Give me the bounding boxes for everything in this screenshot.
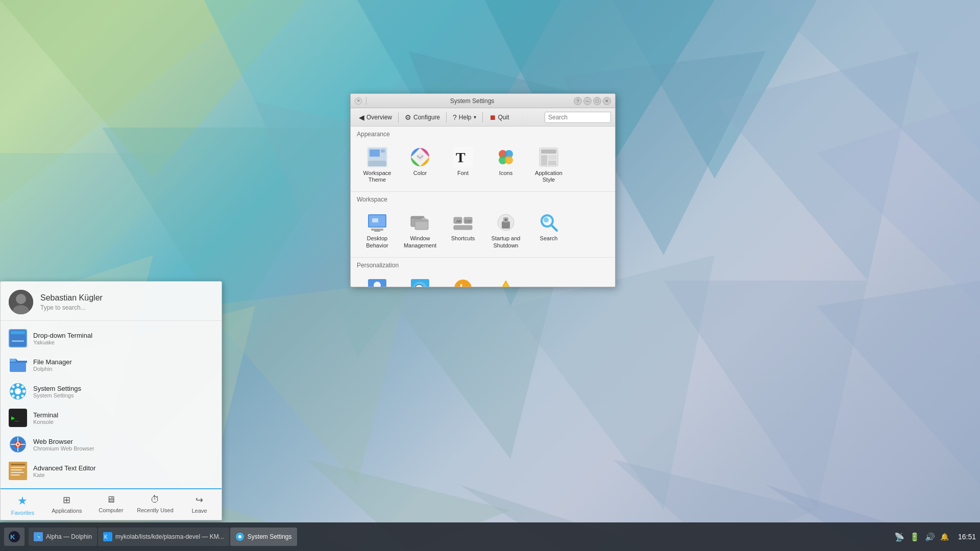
settings-titlebar: ✕ System Settings ? ─ □ ✕ <box>351 94 615 108</box>
settings-item-font[interactable]: T Font <box>443 143 483 187</box>
settings-item-search[interactable]: Search <box>528 208 569 253</box>
nav-computer[interactable]: 🖥 Computer <box>89 489 133 520</box>
application-style-label: ApplicationStyle <box>535 170 562 183</box>
settings-item-color[interactable]: Color <box>400 143 440 187</box>
settings-item-shortcuts[interactable]: Alt Ctrl Shortcuts <box>443 208 483 253</box>
network-manager-icon[interactable]: 📡 <box>894 532 904 542</box>
settings-toolbar: ◀ Overview ⚙ Configure ? Help ▾ ⏹ Quit <box>351 108 615 127</box>
svg-rect-75 <box>541 155 547 165</box>
app-subtitle-system-settings: System Settings <box>33 392 81 398</box>
computer-icon: 🖥 <box>106 494 115 505</box>
dolphin-taskbar-label: Alpha — Dolphin <box>46 533 92 540</box>
shortcuts-label: Shortcuts <box>451 235 475 242</box>
svg-point-43 <box>12 386 15 388</box>
app-info-system-settings: System Settings System Settings <box>33 385 81 398</box>
svg-point-97 <box>505 219 507 221</box>
settings-item-desktop-behavior[interactable]: DesktopBehavior <box>357 208 398 253</box>
notifications-icon[interactable]: 🔔 <box>940 533 949 541</box>
settings-item-regional-settings[interactable]: 💬 RegionalSettings <box>400 274 440 287</box>
svg-rect-88 <box>425 218 426 219</box>
titlebar-right-buttons: ? ─ □ ✕ <box>574 97 611 105</box>
search-label: Search <box>540 235 558 242</box>
app-subtitle-web-browser: Chromium Web Browser <box>33 445 94 452</box>
settings-search-input[interactable] <box>545 112 611 123</box>
nav-leave[interactable]: ↪ Leave <box>177 489 222 520</box>
settings-item-startup-shutdown[interactable]: Startup andShutdown <box>485 208 526 253</box>
app-icon-terminal: ▶_ <box>9 409 27 427</box>
system-settings-taskbar-icon <box>235 532 244 541</box>
settings-item-notification[interactable]: ! Notification <box>443 274 483 287</box>
toolbar-configure-btn[interactable]: ⚙ Configure <box>401 111 444 123</box>
toolbar-overview-btn[interactable]: ◀ Overview <box>355 111 396 123</box>
settings-item-application-style[interactable]: ApplicationStyle <box>528 143 569 187</box>
svg-rect-87 <box>422 218 424 219</box>
svg-point-38 <box>15 388 21 394</box>
svg-rect-81 <box>374 231 380 232</box>
svg-text:Alt: Alt <box>456 219 461 223</box>
app-item-web-browser[interactable]: Web Browser Chromium Web Browser <box>1 431 222 458</box>
app-info-advanced-text-editor: Advanced Text Editor Kate <box>33 464 96 478</box>
titlebar-minimize-btn[interactable]: ─ <box>583 97 592 105</box>
titlebar-close-btn2[interactable]: ✕ <box>603 97 611 105</box>
svg-rect-80 <box>371 229 383 231</box>
kde-launcher-button[interactable]: K <box>4 528 24 546</box>
svg-point-44 <box>21 395 24 397</box>
account-details-icon <box>367 278 387 287</box>
toolbar-help-btn[interactable]: ? Help ▾ <box>449 111 480 123</box>
system-settings-taskbar-label: System Settings <box>248 533 292 540</box>
quit-label: Quit <box>498 114 509 121</box>
nav-leave-label: Leave <box>192 508 207 514</box>
personalization-section-title: Personalization <box>357 262 609 269</box>
settings-item-window-management[interactable]: WindowManagement <box>400 208 440 253</box>
settings-item-icons[interactable]: Icons <box>485 143 526 187</box>
search-icon <box>538 212 559 233</box>
configure-label: Configure <box>413 114 440 121</box>
app-item-advanced-text-editor[interactable]: Advanced Text Editor Kate <box>1 458 222 484</box>
system-settings-window: ✕ System Settings ? ─ □ ✕ ◀ Overview ⚙ C… <box>350 93 616 287</box>
color-icon <box>410 147 430 167</box>
nav-favorites[interactable]: ★ Favorites <box>1 488 45 520</box>
app-item-dropdown-terminal[interactable]: Drop-down Terminal Yakuake <box>1 325 222 352</box>
window-management-icon <box>410 212 430 233</box>
taskbar-app-mykolab[interactable]: K mykolab/lists/kde/plasma-devel — KM... <box>98 528 229 546</box>
settings-item-workspace-theme[interactable]: WorkspaceTheme <box>357 143 398 187</box>
toolbar-quit-btn[interactable]: ⏹ Quit <box>485 111 513 123</box>
settings-item-account-details[interactable]: AccountDetails <box>357 274 398 287</box>
titlebar-close-btn[interactable]: ✕ <box>355 97 362 105</box>
svg-rect-62 <box>368 161 386 166</box>
svg-rect-77 <box>548 161 556 165</box>
battery-icon[interactable]: 🔋 <box>910 532 920 542</box>
settings-content: Appearance WorkspaceTheme <box>351 127 615 287</box>
svg-rect-74 <box>541 149 556 154</box>
svg-rect-55 <box>11 464 25 465</box>
app-item-file-manager[interactable]: File Manager Dolphin <box>1 352 222 378</box>
settings-section-workspace: Workspace DesktopBehavior <box>351 192 615 257</box>
app-icon-advanced-text-editor <box>9 462 27 480</box>
titlebar-separator <box>366 97 366 105</box>
toolbar-separator-1 <box>398 112 399 122</box>
svg-text:!: ! <box>459 282 463 287</box>
titlebar-help-btn[interactable]: ? <box>574 97 582 105</box>
taskbar-left: K <box>4 528 24 546</box>
app-icon-dropdown-terminal <box>9 329 27 347</box>
launcher-header: Sebastian Kügler Type to search... <box>1 282 222 321</box>
svg-point-40 <box>16 396 19 399</box>
nav-recently-used[interactable]: ⏱ Recently Used <box>133 489 178 520</box>
help-dropdown-icon: ▾ <box>474 114 476 120</box>
font-icon: T <box>453 147 473 167</box>
nav-applications[interactable]: ⊞ Applications <box>45 489 89 520</box>
svg-rect-33 <box>11 331 25 334</box>
leave-icon: ↪ <box>195 494 203 506</box>
taskbar-app-dolphin[interactable]: 🐬 Alpha — Dolphin <box>29 528 97 546</box>
titlebar-maximize-btn[interactable]: □ <box>593 97 601 105</box>
settings-item-applications[interactable]: Applications <box>485 274 526 287</box>
taskbar-right: 📡 🔋 🔊 🔔 16:51 <box>894 532 976 542</box>
app-item-terminal[interactable]: ▶_ Terminal Konsole <box>1 405 222 431</box>
volume-icon[interactable]: 🔊 <box>925 532 935 542</box>
system-clock[interactable]: 16:51 <box>958 533 976 541</box>
window-management-label: WindowManagement <box>404 235 436 248</box>
app-item-system-settings[interactable]: System Settings System Settings <box>1 378 222 405</box>
svg-text:K: K <box>10 533 15 541</box>
font-label: Font <box>457 170 469 177</box>
taskbar-app-system-settings[interactable]: System Settings <box>230 528 297 546</box>
